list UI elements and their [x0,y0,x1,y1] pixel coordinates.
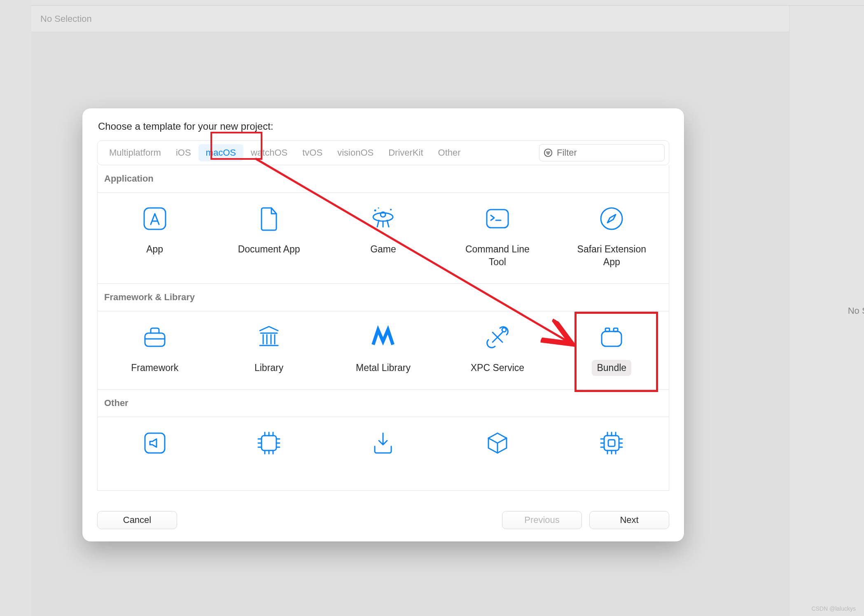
template-safari-extension-app[interactable]: Safari Extension App [555,201,669,274]
metal-icon [369,324,397,351]
library-icon [255,324,283,351]
svg-point-10 [502,328,506,332]
modal-footer: Cancel Previous Next [82,502,684,541]
template-metal-library[interactable]: Metal Library [326,320,440,380]
watermark: CSDN @laluckys [811,605,856,612]
game-icon [369,205,397,232]
template-xpc-service[interactable]: XPC Service [440,320,554,380]
modal-title: Choose a template for your new project: [82,108,684,140]
chip2-icon [598,429,625,457]
download-chip-icon [369,429,397,457]
svg-point-8 [601,208,622,229]
toolbox-icon [141,324,168,351]
svg-rect-16 [604,436,619,450]
section-header-framework-library: Framework & Library [97,284,669,311]
template-other-1[interactable] [98,425,212,481]
section-header-application: Application [97,165,669,193]
tab-macos[interactable]: macOS [198,144,243,161]
bg-toolbar [31,0,864,6]
next-button[interactable]: Next [589,511,669,529]
section-framework-library: Framework Library Metal Library XPC Serv… [97,311,669,390]
tab-ios[interactable]: iOS [168,144,198,161]
template-label: Framework [126,360,183,376]
template-other-4[interactable] [440,425,554,481]
template-framework[interactable]: Framework [98,320,212,380]
template-library[interactable]: Library [212,320,326,380]
svg-rect-13 [614,328,618,331]
template-other-3[interactable] [326,425,440,481]
tab-visionos[interactable]: visionOS [330,144,381,161]
template-other-2[interactable] [212,425,326,481]
no-selection-label: No Selection [40,14,92,24]
template-label: Bundle [592,360,631,376]
template-game[interactable]: Game [326,201,440,274]
template-document-app[interactable]: Document App [212,201,326,274]
template-label: App [141,241,168,257]
template-label [150,466,160,477]
tab-watchos[interactable]: watchOS [243,144,295,161]
template-other-5[interactable] [555,425,669,481]
section-header-other: Other [97,390,669,417]
template-label: Game [365,241,401,257]
section-other [97,417,669,491]
document-icon [255,205,283,232]
filter-field[interactable] [539,144,665,161]
cancel-button[interactable]: Cancel [97,511,177,529]
template-label: Command Line Tool [460,241,535,270]
svg-rect-9 [145,333,165,346]
svg-rect-11 [602,331,621,346]
svg-point-4 [374,210,376,212]
terminal-icon [484,205,511,232]
template-command-line-tool[interactable]: Command Line Tool [440,201,554,274]
tab-other[interactable]: Other [431,144,468,161]
template-app[interactable]: App [98,201,212,274]
bg-right-panel: No Selec [789,6,864,616]
xpc-icon [484,324,511,351]
template-label [607,466,616,477]
previous-button[interactable]: Previous [502,511,582,529]
app-icon [141,205,168,232]
template-label [493,466,502,477]
filter-input[interactable] [556,147,671,159]
tab-driverkit[interactable]: DriverKit [381,144,430,161]
platform-tabbar: Multiplatform iOS macOS watchOS tvOS vis… [97,140,669,165]
template-label: Safari Extension App [572,241,651,270]
box3d-icon [484,429,511,457]
svg-rect-1 [144,208,166,229]
right-panel-text: No Selec [848,306,864,316]
svg-rect-15 [262,436,276,450]
chip-icon [255,429,283,457]
svg-rect-12 [605,328,609,331]
section-application: App Document App Game Command Line Tool [97,193,669,284]
safari-icon [598,205,625,232]
svg-point-5 [390,209,392,210]
svg-rect-7 [487,210,508,228]
bg-subbar: No Selection [31,6,864,32]
template-list: Application App Document App Game [97,165,669,502]
template-label: XPC Service [466,360,529,376]
svg-point-6 [378,207,379,208]
template-label: Document App [233,241,305,257]
template-label [378,466,388,477]
tab-multiplatform[interactable]: Multiplatform [102,144,168,161]
bundle-icon [598,324,625,351]
new-project-template-modal: Choose a template for your new project: … [82,108,684,541]
template-label: Metal Library [351,360,416,376]
tab-tvos[interactable]: tvOS [295,144,330,161]
svg-rect-17 [608,440,615,446]
speaker-icon [141,429,168,457]
template-label [264,466,274,477]
svg-rect-14 [145,433,165,453]
template-bundle[interactable]: Bundle [555,320,669,380]
template-label: Library [250,360,288,376]
filter-icon [544,148,553,157]
